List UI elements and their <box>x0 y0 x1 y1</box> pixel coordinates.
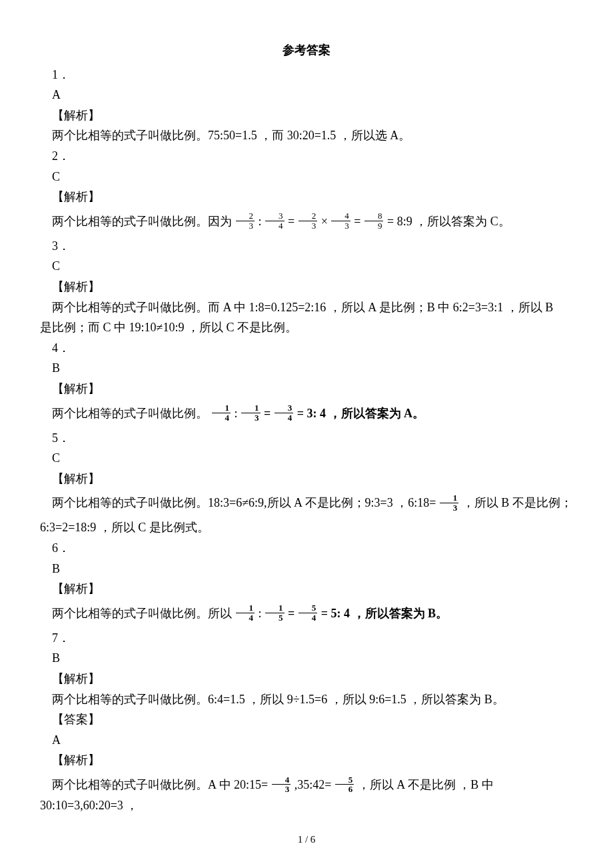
q6-label: 【解析】 <box>40 579 573 599</box>
page: 参考答案 1． A 【解析】 两个比相等的式子叫做比例。75:50=1.5 ，而… <box>0 0 613 868</box>
q8-answer: A <box>40 730 573 751</box>
fraction: 34 <box>265 211 285 230</box>
page-title: 参考答案 <box>40 40 573 61</box>
q2-number: 2． <box>40 146 573 167</box>
fraction: 23 <box>299 211 318 230</box>
fraction: 43 <box>331 211 350 230</box>
q5-text-a: 两个比相等的式子叫做比例。18:3=6≠6:9,所以 A 不是比例；9:3=3 … <box>52 496 436 509</box>
q1-label: 【解析】 <box>40 105 573 126</box>
q7-answer: B <box>40 648 573 669</box>
fraction: 34 <box>275 403 294 422</box>
q5-label: 【解析】 <box>40 469 573 489</box>
q3-explanation-line2: 是比例；而 C 中 19:10≠10:9 ，所以 C 不是比例。 <box>40 317 573 338</box>
q8-explanation: 两个比相等的式子叫做比例。A 中 20:15= 43 ,35:42= 56 ，所… <box>40 775 573 816</box>
q4-text-b: = 3: 4 ，所以答案为 A。 <box>297 407 424 420</box>
q7-label: 【解析】 <box>40 669 573 689</box>
q7-number: 7． <box>40 628 573 649</box>
equals: = <box>264 407 274 420</box>
q3-number: 3． <box>40 236 573 257</box>
q8-text-a: 两个比相等的式子叫做比例。A 中 20:15= <box>52 778 268 791</box>
q1-answer: A <box>40 85 573 105</box>
colon: : <box>235 407 238 420</box>
fraction: 23 <box>236 211 255 230</box>
q3-answer: C <box>40 256 573 277</box>
q2-label: 【解析】 <box>40 187 573 207</box>
q6-text-a: 两个比相等的式子叫做比例。所以 <box>52 607 232 620</box>
equals: = <box>288 215 295 228</box>
fraction: 43 <box>272 775 291 794</box>
q1-number: 1． <box>40 65 573 85</box>
q7-explanation: 两个比相等的式子叫做比例。6:4=1.5 ，所以 9÷1.5=6 ，所以 9:6… <box>40 689 573 710</box>
q4-answer: B <box>40 358 573 379</box>
fraction: 56 <box>335 775 354 794</box>
q6-answer: B <box>40 559 573 579</box>
q5-text-b: ，所以 B 不是比例； <box>462 496 572 509</box>
q3-explanation-line1: 两个比相等的式子叫做比例。而 A 中 1:8=0.125=2:16 ，所以 A … <box>40 297 573 318</box>
fraction: 13 <box>440 493 459 512</box>
q6-text-b: = 5: 4 ，所以答案为 B。 <box>321 607 448 620</box>
q1-explanation: 两个比相等的式子叫做比例。75:50=1.5 ，而 30:20=1.5 ，所以选… <box>40 125 573 146</box>
q2-explanation: 两个比相等的式子叫做比例。因为 23 : 34 = 23 × 43 = 89 =… <box>40 211 573 232</box>
q4-number: 4． <box>40 338 573 359</box>
fraction: 14 <box>212 403 231 422</box>
q5-explanation-line1: 两个比相等的式子叫做比例。18:3=6≠6:9,所以 A 不是比例；9:3=3 … <box>40 493 573 513</box>
fraction: 89 <box>364 211 384 230</box>
q6-number: 6． <box>40 538 573 559</box>
q5-number: 5． <box>40 428 573 449</box>
q2-text-b: 8:9 ，所以答案为 C。 <box>397 215 510 228</box>
q2-text-a: 两个比相等的式子叫做比例。因为 <box>52 215 232 228</box>
fraction: 54 <box>299 603 318 622</box>
times: × <box>321 215 328 228</box>
equals: = <box>354 215 360 228</box>
q5-answer: C <box>40 448 573 469</box>
q3-label: 【解析】 <box>40 277 573 297</box>
fraction: 15 <box>265 603 285 622</box>
colon: : <box>259 215 262 228</box>
equals: = <box>288 607 298 620</box>
q8-mid: ,35:42= <box>295 778 332 791</box>
fraction: 13 <box>241 403 261 422</box>
q2-answer: C <box>40 167 573 187</box>
q4-label: 【解析】 <box>40 379 573 399</box>
colon: : <box>259 607 262 620</box>
equals: = <box>387 215 394 228</box>
q8-answer-label: 【答案】 <box>40 709 573 730</box>
q4-text-a: 两个比相等的式子叫做比例。 <box>52 407 208 420</box>
q6-explanation: 两个比相等的式子叫做比例。所以 14 : 15 = 54 = 5: 4 ，所以答… <box>40 603 573 624</box>
q4-explanation: 两个比相等的式子叫做比例。 14 : 13 = 34 = 3: 4 ，所以答案为… <box>40 403 573 424</box>
fraction: 14 <box>236 603 255 622</box>
page-number: 1 / 6 <box>0 831 613 849</box>
q5-explanation-line2: 6:3=2=18:9 ，所以 C 是比例式。 <box>40 517 573 538</box>
q8-label: 【解析】 <box>40 750 573 771</box>
